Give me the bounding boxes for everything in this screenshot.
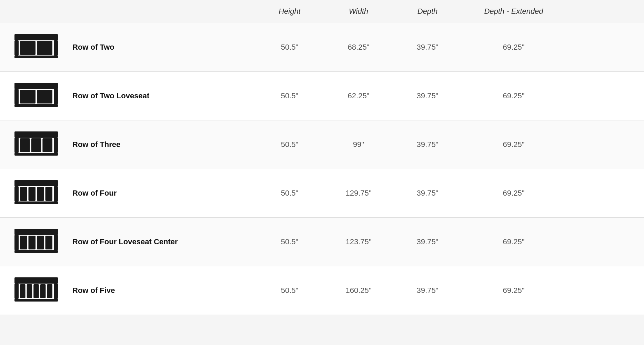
table-row: Row of Five 50.5" 160.25" 39.75" 69.25" — [0, 266, 644, 315]
name-cell: Row of Four Loveseat Center — [14, 228, 255, 256]
svg-rect-40 — [33, 284, 39, 298]
svg-rect-25 — [46, 187, 53, 201]
depth-value: 39.75" — [393, 140, 462, 149]
svg-rect-39 — [27, 284, 32, 298]
depth-extended-value: 69.25" — [462, 43, 565, 52]
table-row: Row of Two Loveseat 50.5" 62.25" 39.75" … — [0, 72, 644, 120]
svg-rect-43 — [14, 299, 58, 302]
table-row: Row of Four Loveseat Center 50.5" 123.75… — [0, 218, 644, 266]
svg-rect-10 — [37, 90, 52, 103]
header-depth-extended: Depth - Extended — [462, 7, 565, 16]
depth-extended-value: 69.25" — [462, 140, 565, 149]
height-value: 50.5" — [255, 43, 324, 52]
svg-rect-15 — [20, 138, 30, 152]
name-cell: Row of Four — [14, 179, 255, 207]
header-width: Width — [324, 7, 393, 16]
svg-rect-12 — [14, 131, 58, 138]
sofa-icon-4 — [14, 179, 59, 207]
svg-rect-36 — [14, 284, 19, 299]
depth-value: 39.75" — [393, 189, 462, 198]
svg-rect-22 — [20, 187, 27, 201]
sofa-icon-2 — [14, 33, 59, 61]
svg-rect-33 — [46, 236, 53, 249]
table-row: Row of Two 50.5" 68.25" 39.75" 69.25" — [0, 23, 644, 72]
row-name: Row of Two Loveseat — [72, 91, 149, 100]
depth-value: 39.75" — [393, 286, 462, 295]
svg-rect-20 — [14, 186, 19, 201]
depth-value: 39.75" — [393, 43, 462, 52]
svg-rect-11 — [14, 104, 58, 107]
svg-rect-26 — [14, 201, 58, 204]
svg-rect-28 — [14, 235, 19, 250]
height-value: 50.5" — [255, 286, 324, 295]
width-value: 129.75" — [324, 189, 393, 198]
svg-rect-1 — [14, 40, 19, 56]
svg-rect-27 — [14, 229, 58, 235]
name-cell: Row of Two Loveseat — [14, 82, 255, 110]
svg-rect-8 — [54, 89, 58, 104]
row-name: Row of Five — [72, 286, 115, 295]
svg-rect-7 — [14, 89, 19, 104]
depth-value: 39.75" — [393, 91, 462, 100]
name-cell: Row of Three — [14, 131, 255, 158]
svg-rect-4 — [37, 41, 52, 55]
table-header: Height Width Depth Depth - Extended — [0, 0, 644, 23]
sofa-icon-2 — [14, 82, 59, 110]
height-value: 50.5" — [255, 140, 324, 149]
svg-rect-42 — [47, 284, 52, 298]
dimensions-table: Height Width Depth Depth - Extended Row … — [0, 0, 644, 315]
sofa-icon-4 — [14, 228, 59, 256]
height-value: 50.5" — [255, 189, 324, 198]
svg-rect-41 — [40, 284, 46, 298]
svg-rect-32 — [37, 236, 44, 249]
name-cell: Row of Two — [14, 33, 255, 61]
width-value: 160.25" — [324, 286, 393, 295]
row-name: Row of Three — [72, 140, 120, 149]
depth-extended-value: 69.25" — [462, 189, 565, 198]
height-value: 50.5" — [255, 237, 324, 246]
svg-rect-5 — [14, 56, 58, 58]
svg-rect-34 — [14, 250, 58, 253]
width-value: 68.25" — [324, 43, 393, 52]
svg-rect-29 — [54, 235, 58, 250]
table-row: Row of Four 50.5" 129.75" 39.75" 69.25" — [0, 169, 644, 218]
depth-value: 39.75" — [393, 237, 462, 246]
header-height: Height — [255, 7, 324, 16]
svg-rect-14 — [54, 138, 58, 153]
sofa-icon-5 — [14, 277, 59, 304]
svg-rect-35 — [14, 277, 58, 284]
header-depth: Depth — [393, 7, 462, 16]
row-name: Row of Four — [72, 189, 117, 198]
width-value: 62.25" — [324, 91, 393, 100]
svg-rect-3 — [20, 41, 36, 55]
depth-extended-value: 69.25" — [462, 237, 565, 246]
svg-rect-13 — [14, 138, 19, 153]
svg-rect-24 — [37, 187, 44, 201]
row-name: Row of Two — [72, 43, 114, 52]
svg-rect-16 — [31, 138, 41, 152]
svg-rect-19 — [14, 180, 58, 186]
row-name: Row of Four Loveseat Center — [72, 237, 178, 246]
sofa-icon-3 — [14, 131, 59, 158]
svg-rect-0 — [14, 34, 58, 40]
svg-rect-37 — [54, 284, 58, 299]
svg-rect-2 — [54, 40, 58, 56]
width-value: 123.75" — [324, 237, 393, 246]
table-row: Row of Three 50.5" 99" 39.75" 69.25" — [0, 120, 644, 169]
height-value: 50.5" — [255, 91, 324, 100]
depth-extended-value: 69.25" — [462, 286, 565, 295]
svg-rect-6 — [14, 83, 58, 89]
svg-rect-21 — [54, 186, 58, 201]
svg-rect-18 — [14, 153, 58, 156]
name-cell: Row of Five — [14, 277, 255, 304]
svg-rect-30 — [20, 236, 27, 249]
header-name — [14, 7, 255, 16]
svg-rect-38 — [20, 284, 26, 298]
depth-extended-value: 69.25" — [462, 91, 565, 100]
svg-rect-9 — [20, 90, 36, 103]
svg-rect-23 — [29, 187, 36, 201]
svg-rect-31 — [29, 236, 36, 249]
svg-rect-17 — [42, 138, 52, 152]
width-value: 99" — [324, 140, 393, 149]
